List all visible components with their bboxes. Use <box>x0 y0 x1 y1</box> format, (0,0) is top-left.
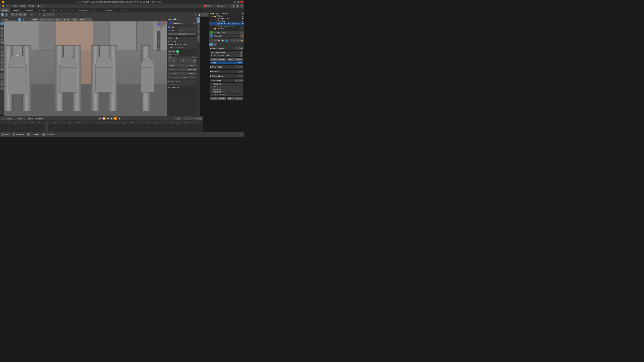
start-frame-field[interactable]: 1 <box>186 117 192 120</box>
3d-viewport[interactable]: User Perspective (50) Accademia plan X Y… <box>4 17 167 116</box>
data-context-btn[interactable]: ▽ <box>210 34 213 38</box>
file-menu[interactable]: File <box>6 4 12 7</box>
fm-item-finestre3[interactable]: FINESTRE 3 <box>210 83 243 85</box>
transform-btn[interactable]: ⊞ <box>23 13 27 16</box>
face-select-mode[interactable]: □ <box>26 17 29 21</box>
particles-props-tab[interactable]: ✧ <box>236 39 240 42</box>
item-tab[interactable]: Item <box>198 17 200 23</box>
collection-item-arco[interactable]: △ Arco Finestre 1 👁 <box>209 20 244 22</box>
thickness-value[interactable]: 3 px <box>178 29 200 32</box>
3d-nav-header[interactable]: ▶ 3D Nav <box>167 40 200 43</box>
shape-keys-header[interactable]: ▶ Shape Keys + − ▼ <box>210 65 244 68</box>
vg-add-btn[interactable]: + <box>235 47 238 50</box>
uv-maps-header[interactable]: ▶ UV Maps + − <box>210 70 244 73</box>
sk-menu-btn[interactable]: ▼ <box>240 66 243 68</box>
overlay-toggle[interactable]: 👁 <box>52 13 55 16</box>
items-section-header[interactable]: ▼ Items <box>167 83 200 86</box>
vc-remove-btn[interactable]: − <box>240 75 243 77</box>
lock-frame-btn[interactable]: Lock Frame <box>168 32 196 35</box>
rip-tool[interactable]: ⊿ <box>0 87 4 90</box>
collection-item-bordi[interactable]: △ BORDI INTERNI FINESTRE 👁 <box>209 22 244 25</box>
zoom-in-btn[interactable]: + <box>157 31 160 35</box>
window-menu[interactable]: Window <box>27 4 36 7</box>
physics-props-tab[interactable]: ⚡ <box>240 39 244 42</box>
tab-compositing[interactable]: Compositing <box>102 8 118 12</box>
playback-dropdown[interactable]: Playback▼ <box>5 117 16 120</box>
y-btn[interactable]: Y <box>178 59 189 62</box>
fm-add-btn[interactable]: + <box>235 79 238 82</box>
tab-texture-paint[interactable]: Texture Paint <box>49 8 64 12</box>
select-menu-btn[interactable]: Select <box>39 17 47 21</box>
link-btn[interactable]: Link <box>168 72 184 75</box>
maximize-button[interactable]: □ <box>237 1 240 3</box>
face-maps-header[interactable]: ▼ Face Maps + − ▼ <box>210 79 244 82</box>
bevel-tool[interactable]: ⌐ <box>0 57 4 61</box>
xray-toggle[interactable]: ⧖ <box>205 13 208 16</box>
vg-select-btn[interactable]: Select <box>226 58 234 61</box>
rotate-tool[interactable]: ↺ <box>0 34 4 37</box>
vg-menu-btn[interactable]: ▼ <box>240 47 243 50</box>
material-props-tab[interactable]: ◈ <box>213 42 217 46</box>
3dprint-tab[interactable]: 3D-Print <box>198 35 200 43</box>
view-layer-props-tab[interactable]: 📚 <box>217 39 221 42</box>
data-props-tab[interactable]: ▿ <box>209 42 213 46</box>
minimize-button[interactable]: − <box>234 1 236 3</box>
edit-menu[interactable]: Edit <box>12 4 18 7</box>
uv-menu-btn[interactable]: UV <box>86 17 92 21</box>
play-reverse-btn[interactable]: ◀ <box>106 117 110 120</box>
viewport-shade-material[interactable]: ◑ <box>198 13 201 16</box>
accademia-plan-item[interactable]: Accademia plan <box>168 87 200 89</box>
fm-item-finestre1[interactable]: FINESTRE 1 <box>210 88 243 91</box>
add-workspace-button[interactable]: + <box>130 8 134 12</box>
go-to-end-btn[interactable]: ⏭ <box>118 117 121 120</box>
face-menu-btn[interactable]: Face <box>79 17 86 21</box>
view-dropdown[interactable]: View▼ <box>27 117 34 120</box>
annotations-section-header[interactable]: ▼ Annotations ⊕ ✕ <box>167 21 200 25</box>
fm-remove-btn[interactable]: − <box>238 79 240 82</box>
filter-properties-btn[interactable]: ≡ <box>240 31 244 34</box>
collection-item-building[interactable]: △ BuildingMesh-00072 👁 <box>209 25 244 27</box>
smooth-tool[interactable]: ≈ <box>0 76 4 79</box>
cursor-tool-btn[interactable]: ⊕ <box>5 13 8 16</box>
transform-orientation[interactable]: Global▼ <box>29 13 41 16</box>
collection-item-col1[interactable]: ▶ 📁 Collection 1 👁 5 <box>209 27 244 30</box>
vg-deselect-btn[interactable]: Deselect <box>235 58 243 61</box>
mode-selector[interactable]: Edit Mode▼ <box>1 18 16 21</box>
vg-assign-btn[interactable]: Assign <box>210 58 218 61</box>
view-menu-btn[interactable]: View <box>31 17 38 21</box>
poly-build-tool[interactable]: ⬢ <box>0 68 4 71</box>
tab-layout[interactable]: Layout <box>0 8 10 12</box>
label-btn[interactable]: 🏷 Label <box>168 68 184 71</box>
onion-skin-header[interactable]: ▶ Onion Skin <box>167 36 200 39</box>
fm-select-btn[interactable]: Select <box>226 97 234 100</box>
current-frame-display[interactable]: 50 <box>176 117 181 120</box>
scale-btn[interactable]: ⤡ <box>19 13 23 16</box>
timeline-menu-btn[interactable]: ⋮ <box>1 117 4 120</box>
vg-centrali-pin[interactable]: 📌 <box>240 51 242 54</box>
tab-modeling[interactable]: Modeling <box>10 8 23 12</box>
measureit-header[interactable]: ▼ MeasureIt Tools ⋮ <box>167 46 200 49</box>
output-props-tab[interactable]: 🖨 <box>213 39 217 42</box>
close-button[interactable]: ✕ <box>240 1 243 3</box>
fm-item-finestre2[interactable]: FINESTRE 2 <box>210 85 243 88</box>
keying-dropdown[interactable]: Keying▼ <box>17 117 26 120</box>
move-tool[interactable]: ✥ <box>0 30 4 34</box>
render-menu[interactable]: Render <box>18 4 27 7</box>
next-keyframe-btn[interactable]: ⏩ <box>114 117 117 120</box>
vertex-select-mode[interactable]: ● <box>18 17 21 21</box>
view-tab[interactable]: View <box>198 29 200 35</box>
render-engine-button[interactable]: ⚙ <box>232 4 235 7</box>
vertex-menu-btn[interactable]: Vertex <box>62 17 70 21</box>
fm-assign-btn[interactable]: Assign <box>210 97 218 100</box>
play-btn[interactable]: ▶ <box>110 117 113 120</box>
viewport-display-button[interactable]: 🖥 <box>236 4 239 7</box>
annotate-tool[interactable]: ✏ <box>0 45 4 49</box>
edge-select-mode[interactable]: — <box>22 17 25 21</box>
go-to-start-btn[interactable]: ⏮ <box>98 117 102 120</box>
tab-uv-editing[interactable]: UV Editing <box>35 8 49 12</box>
vg-item-arcate[interactable]: VERTICI ARCATE TEXT... 📌 <box>210 54 243 57</box>
pan-orbit-header[interactable]: ▶ Pan Orbit Zoom Roll <box>167 43 200 46</box>
collection-item-collection[interactable]: ▼ 📁 Collection 👁 <box>209 15 244 17</box>
move-btn[interactable]: ⬆ <box>11 13 14 16</box>
snap-toggle[interactable]: 🔗 <box>44 13 47 16</box>
